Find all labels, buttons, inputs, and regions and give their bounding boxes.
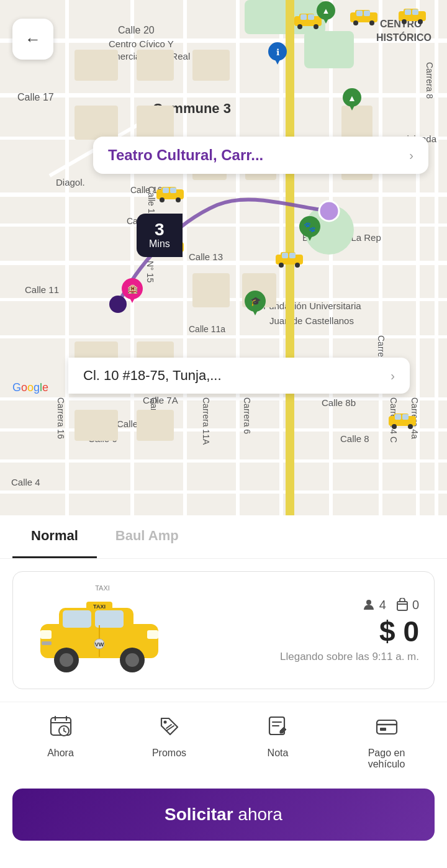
svg-rect-10 xyxy=(356,11,363,16)
promo-tag-icon xyxy=(158,715,181,743)
person-icon xyxy=(362,598,376,612)
back-arrow-icon: ← xyxy=(25,30,41,49)
park-pin-top: ▲ xyxy=(317,1,335,26)
calle8-label: Calle 8 xyxy=(340,433,369,444)
historico-label: HISTÓRICO xyxy=(376,32,431,43)
road xyxy=(435,0,438,515)
road xyxy=(236,0,240,515)
svg-text:🏨: 🏨 xyxy=(127,284,138,294)
svg-point-37 xyxy=(295,263,300,268)
calle17-label: Calle 17 xyxy=(17,92,54,103)
svg-rect-16 xyxy=(405,9,411,15)
svg-marker-52 xyxy=(129,297,135,303)
svg-point-84 xyxy=(366,600,371,605)
svg-marker-55 xyxy=(252,309,258,315)
block xyxy=(74,106,118,140)
block xyxy=(192,273,230,307)
block xyxy=(192,50,230,81)
carrera8-label: Carrera 8 xyxy=(425,62,435,99)
calle11-label: Calle 11 xyxy=(25,284,59,295)
taxi-car-6 xyxy=(273,248,305,271)
eta-unit: Mins xyxy=(149,238,170,250)
map-container: Parque Santand Calle 20 Centro Cívico Y … xyxy=(0,0,447,515)
calle8b-label: Calle 8b xyxy=(322,397,356,408)
taxi-car-3 xyxy=(396,5,428,27)
svg-point-6 xyxy=(297,24,302,29)
google-logo: Google xyxy=(12,381,48,394)
cta-light-text: ahora xyxy=(233,805,282,824)
svg-rect-83 xyxy=(42,641,52,645)
university-pin: 🎓 xyxy=(245,291,266,318)
svg-point-36 xyxy=(279,263,284,268)
svg-point-49 xyxy=(408,424,413,429)
road xyxy=(130,0,134,515)
svg-line-96 xyxy=(166,726,174,731)
taxi-car-2 xyxy=(348,6,380,29)
action-pago-label: Pago en vehículo xyxy=(368,748,405,770)
passenger-count: 4 xyxy=(379,598,386,612)
action-ahora[interactable]: Ahora xyxy=(24,715,98,770)
svg-rect-34 xyxy=(282,253,288,258)
bag-stat: 0 xyxy=(396,598,419,612)
svg-rect-35 xyxy=(289,253,296,258)
svg-text:🐾: 🐾 xyxy=(304,221,316,233)
svg-rect-85 xyxy=(397,602,407,610)
svg-point-18 xyxy=(402,19,407,24)
svg-rect-71 xyxy=(95,610,124,628)
bottom-panel: Normal Baul Amp TAXI xyxy=(0,515,447,841)
action-pago[interactable]: Pago en vehículo xyxy=(350,715,424,770)
carrera16-label: Carrera 16 xyxy=(56,397,66,439)
svg-rect-23 xyxy=(170,188,176,193)
destination-arrow-icon: › xyxy=(409,148,413,163)
tabs-row: Normal Baul Amp xyxy=(0,515,447,559)
car-stats: 4 0 xyxy=(280,598,419,612)
pickup-banner[interactable]: Cl. 10 #18-75, Tunja,... › xyxy=(68,358,410,394)
svg-rect-102 xyxy=(380,728,386,731)
block xyxy=(137,410,174,441)
tab-normal[interactable]: Normal xyxy=(12,515,97,558)
svg-point-19 xyxy=(418,19,423,24)
car-price: $ 0 xyxy=(280,617,419,646)
diagol-label: Diagol. xyxy=(56,177,85,188)
fundacion-label: Fundación Universitaria xyxy=(263,301,361,311)
carrera11a-label: Carrera 11A xyxy=(201,397,211,445)
calendar-clock-icon xyxy=(49,715,73,743)
n15-label: N° 15 xyxy=(145,261,155,283)
taxi-label: TAXI xyxy=(28,584,177,592)
svg-text:🎓: 🎓 xyxy=(250,296,261,307)
svg-point-13 xyxy=(369,20,374,25)
calle7a-label: Calle 7A xyxy=(143,395,178,405)
action-ahora-label: Ahora xyxy=(47,748,74,759)
back-button[interactable]: ← xyxy=(12,19,53,60)
hotel-pin: 🏨 xyxy=(122,278,143,305)
svg-rect-17 xyxy=(412,9,418,15)
centro-civico-label: Centro Cívico Y xyxy=(109,38,174,49)
svg-text:VW: VW xyxy=(95,641,104,648)
svg-rect-100 xyxy=(377,720,397,734)
calle11a-label: Calle 11a xyxy=(189,324,225,334)
road xyxy=(329,0,333,515)
tree-pin: ▲ xyxy=(343,88,361,113)
destination-banner[interactable]: Teatro Cultural, Carr... › xyxy=(93,137,428,174)
bosque-pin: 🐾 xyxy=(299,216,320,243)
car-svg: TAXI VW xyxy=(28,593,171,674)
pickup-text: Cl. 10 #18-75, Tunja,... xyxy=(83,368,222,384)
calle20-label: Calle 20 xyxy=(118,25,155,36)
svg-text:TAXI: TAXI xyxy=(93,604,106,610)
action-nota[interactable]: Nota xyxy=(241,715,315,770)
solicitar-button[interactable]: Solicitar ahora xyxy=(12,789,435,841)
tab-baul-amp[interactable]: Baul Amp xyxy=(97,515,197,558)
action-nota-label: Nota xyxy=(268,748,289,759)
car-card: TAXI TA xyxy=(12,571,435,689)
taxi-car-8 xyxy=(386,410,418,432)
block xyxy=(137,106,174,140)
action-promos[interactable]: Promos xyxy=(132,715,207,770)
car-image-wrapper: TAXI TA xyxy=(28,584,177,676)
svg-point-12 xyxy=(353,20,358,25)
carrera6-label: Carrera 6 xyxy=(242,397,252,434)
svg-point-94 xyxy=(163,721,166,724)
calle13-label: Calle 13 xyxy=(189,251,223,262)
svg-rect-46 xyxy=(395,414,401,420)
svg-rect-5 xyxy=(308,14,314,20)
block xyxy=(74,50,118,81)
